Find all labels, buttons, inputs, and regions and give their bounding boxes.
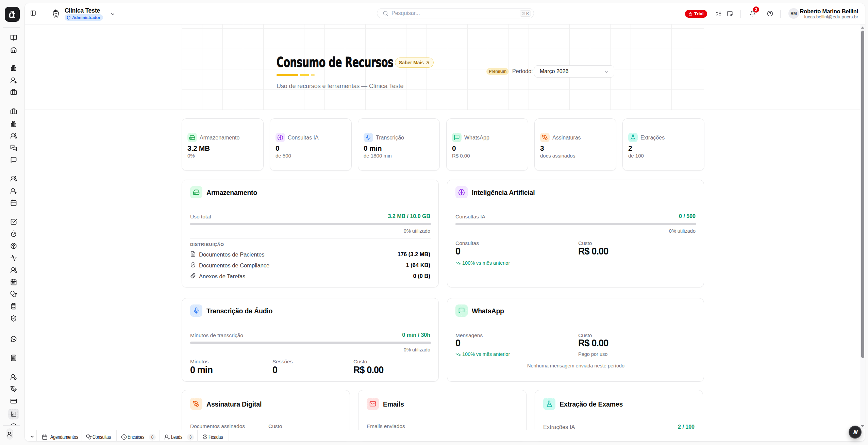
calendar-days-icon[interactable] <box>10 279 17 285</box>
stat-tile <box>187 133 197 142</box>
clinic-tooth-avatar[interactable] <box>52 9 60 19</box>
floating-action-button[interactable]: N <box>849 426 862 439</box>
shield-check-icon[interactable] <box>10 315 17 322</box>
messages-icon[interactable] <box>10 145 17 151</box>
mic-icon <box>193 307 200 314</box>
metric-label: Emails enviados <box>367 423 405 429</box>
scrollbar-thumb[interactable] <box>861 31 864 358</box>
sidebar-account-button[interactable] <box>6 428 13 440</box>
briefcase-icon[interactable] <box>10 89 17 96</box>
metric-value: R$ 0.00 <box>578 246 608 256</box>
user-cog-icon <box>7 431 13 437</box>
collapse-chevron-icon[interactable] <box>30 434 35 439</box>
card-tile <box>543 398 555 410</box>
app-logo[interactable] <box>5 7 20 22</box>
dist-row-label: Documentos de Pacientes <box>199 251 265 258</box>
user-plus-icon[interactable] <box>10 77 17 84</box>
empty-state-note: Nenhuma mensagem enviada neste período <box>447 363 704 368</box>
tab-divider <box>229 430 229 442</box>
package-icon[interactable] <box>10 243 17 249</box>
learn-more-button[interactable]: Saber Mais <box>395 57 434 68</box>
sidebar-toggle-icon[interactable] <box>30 10 36 16</box>
shortcut-key: K <box>526 12 529 16</box>
card-title: Transcrição de Áudio <box>206 307 272 315</box>
home-icon[interactable] <box>10 47 17 53</box>
whatsapp-card: WhatsApp Mensagens 0 100% vs mês anterio… <box>447 298 704 382</box>
workspace-name[interactable]: Clínica Teste <box>65 7 100 14</box>
tab-leads[interactable]: Leads <box>171 434 182 441</box>
trial-badge[interactable]: Trial <box>685 10 707 18</box>
briefcase-icon[interactable] <box>10 108 17 115</box>
metric-value: 0 <box>272 365 277 375</box>
sidebar-item-reports-active[interactable] <box>8 409 19 419</box>
search-input-field[interactable] <box>391 9 514 18</box>
scrollbar-down-arrow[interactable] <box>861 425 864 427</box>
header-vertical-divider <box>740 10 741 18</box>
stat-value: 0 min <box>364 145 382 152</box>
clinic-building-icon[interactable] <box>10 120 17 127</box>
user-plus-icon[interactable] <box>10 187 17 194</box>
metric-label: Documentos assinados <box>190 423 245 429</box>
dist-row-value: 1 (64 KB) <box>406 262 430 268</box>
progress-bar <box>455 223 696 225</box>
workspace-chevron-icon[interactable] <box>110 12 115 17</box>
users-icon[interactable] <box>10 267 17 274</box>
hard-drive-icon <box>189 134 195 141</box>
scrollbar-up-arrow[interactable] <box>861 27 864 29</box>
list-checks-icon[interactable] <box>716 11 722 17</box>
calendar-icon <box>42 434 48 440</box>
stat-value: 2 <box>628 145 632 152</box>
clipboard-list-icon[interactable] <box>10 303 17 310</box>
tab-encaixes[interactable]: Encaixes <box>128 434 144 441</box>
pen-tool-icon[interactable] <box>10 385 17 392</box>
metric-value: 0 min <box>190 365 213 375</box>
usage-value: 2 / 100 <box>678 424 695 430</box>
stat-card-extractions: Extrações 2 de 100 <box>622 118 704 171</box>
timer-icon[interactable] <box>10 230 17 237</box>
period-select[interactable]: Março 2026 <box>534 65 614 78</box>
calendar-icon[interactable] <box>10 199 17 206</box>
check-square-icon[interactable] <box>10 218 17 225</box>
stat-sub: 0% <box>187 153 195 159</box>
metric-label: Custo <box>268 423 282 429</box>
stat-value: 0 <box>276 145 279 152</box>
stat-tile <box>628 133 638 142</box>
card-tile <box>455 304 468 317</box>
search-input[interactable]: K <box>377 8 534 18</box>
pen-tool-icon <box>193 400 200 407</box>
calculator-icon[interactable] <box>10 355 17 361</box>
usage-percent: 0% utilizado <box>669 228 696 234</box>
brain-icon <box>458 189 465 196</box>
metric-trend: 100% vs mês anterior <box>455 260 510 266</box>
card-tile <box>190 398 202 410</box>
help-circle-icon[interactable] <box>767 11 773 17</box>
credit-card-icon[interactable] <box>10 398 17 405</box>
activity-icon[interactable] <box>10 254 17 261</box>
clinic-building-icon[interactable] <box>10 65 17 71</box>
flask-icon <box>546 400 553 407</box>
user-cog-icon[interactable] <box>10 374 17 380</box>
user-name[interactable]: Roberto Marino Bellini <box>800 8 858 15</box>
tab-consultas[interactable]: Consultas <box>93 434 111 441</box>
user-avatar[interactable]: RM <box>788 8 799 19</box>
whatsapp-icon[interactable] <box>10 335 17 342</box>
command-icon <box>522 12 525 15</box>
title-underline-segment <box>311 74 315 76</box>
stethoscope-icon[interactable] <box>10 291 17 298</box>
stat-label: Consultas IA <box>288 135 319 141</box>
stat-card-signatures: Assinaturas 3 docs assinados <box>534 118 616 171</box>
role-badge: Administrador <box>65 14 103 21</box>
users-icon[interactable] <box>10 132 17 139</box>
message-square-icon[interactable] <box>10 156 17 163</box>
tab-fixadas[interactable]: Fixadas <box>208 434 223 441</box>
plan-badge: Premium <box>486 68 509 75</box>
shield-check-icon <box>190 262 196 268</box>
metric-sub: Pago por uso <box>578 351 607 357</box>
users-icon[interactable] <box>10 175 17 182</box>
book-open-icon[interactable] <box>10 34 17 41</box>
tab-agendamentos[interactable]: Agendamentos <box>50 434 78 441</box>
metric-trend: 100% vs mês anterior <box>455 351 510 357</box>
sticky-note-icon[interactable] <box>727 11 733 17</box>
trend-label: 100% vs mês anterior <box>462 260 510 266</box>
metric-value: 0 <box>455 246 460 256</box>
